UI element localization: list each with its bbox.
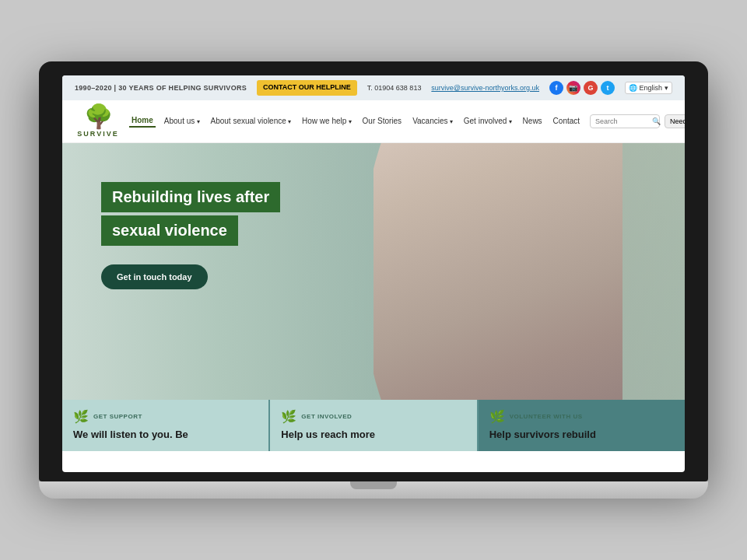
laptop-base bbox=[39, 481, 708, 499]
laptop-notch bbox=[350, 481, 397, 489]
laptop-mockup: 1990–2020 | 30 YEARS OF HELPING SURVIVOR… bbox=[39, 61, 708, 499]
card-volunteer-text: Help survivors rebuild bbox=[489, 429, 674, 442]
card-support-tag: GET SUPPORT bbox=[93, 413, 142, 420]
card-support-text: We will listen to you. Be bbox=[73, 429, 258, 442]
card-volunteer-header: 🌿 VOLUNTEER WITH US bbox=[489, 409, 674, 424]
get-in-touch-button[interactable]: Get in touch today bbox=[101, 264, 208, 289]
top-bar: 1990–2020 | 30 YEARS OF HELPING SURVIVOR… bbox=[62, 75, 685, 100]
search-input[interactable] bbox=[595, 117, 650, 125]
hero-section: Rebuilding lives after sexual violence G… bbox=[62, 143, 685, 400]
nav-home[interactable]: Home bbox=[129, 114, 156, 128]
card-involved-tag: GET INVOLVED bbox=[301, 413, 352, 420]
logo-tree-icon: 🌳 bbox=[84, 105, 113, 128]
card-support-icon: 🌿 bbox=[73, 409, 89, 424]
card-get-support[interactable]: 🌿 GET SUPPORT We will listen to you. Be bbox=[62, 400, 270, 451]
dropdown-arrow-icon: ▾ bbox=[665, 84, 668, 92]
nav-right-section: 🔍 Need urgent help? Quick exit Donate bbox=[590, 110, 685, 132]
search-icon[interactable]: 🔍 bbox=[652, 117, 661, 125]
hero-headline-line1: Rebuilding lives after bbox=[101, 182, 280, 212]
nav-links: Home About us About sexual violence How … bbox=[129, 114, 582, 128]
urgent-help-button[interactable]: Need urgent help? bbox=[665, 114, 685, 128]
card-volunteer-icon: 🌿 bbox=[489, 409, 505, 424]
social-icons-group: f 📷 G t bbox=[549, 81, 615, 95]
instagram-icon[interactable]: 📷 bbox=[566, 81, 580, 95]
language-selector[interactable]: 🌐 English ▾ bbox=[625, 82, 672, 94]
card-involved-text: Help us reach more bbox=[281, 429, 465, 442]
navigation-bar: 🌳 SURVIVE Home About us About sexual vio… bbox=[62, 100, 685, 143]
nav-about-violence[interactable]: About sexual violence bbox=[209, 115, 294, 127]
nav-our-stories[interactable]: Our Stories bbox=[360, 115, 405, 127]
card-volunteer[interactable]: 🌿 VOLUNTEER WITH US Help survivors rebui… bbox=[479, 400, 685, 451]
search-box[interactable]: 🔍 bbox=[590, 114, 660, 128]
card-volunteer-tag: VOLUNTEER WITH US bbox=[510, 413, 583, 420]
logo-text: SURVIVE bbox=[77, 130, 118, 138]
phone-number: T. 01904 638 813 bbox=[367, 84, 422, 92]
facebook-icon[interactable]: f bbox=[549, 81, 563, 95]
laptop-screen: 1990–2020 | 30 YEARS OF HELPING SURVIVOR… bbox=[39, 61, 708, 481]
nav-get-involved[interactable]: Get involved bbox=[461, 115, 514, 127]
email-link[interactable]: survive@survive-northyorks.org.uk bbox=[431, 84, 539, 92]
contact-helpline-button[interactable]: CONTACT OUR HELPLINE bbox=[257, 80, 357, 96]
nav-contact[interactable]: Contact bbox=[551, 115, 582, 127]
anniversary-text: 1990–2020 | 30 YEARS OF HELPING SURVIVOR… bbox=[75, 84, 247, 92]
nav-vacancies[interactable]: Vacancies bbox=[410, 115, 455, 127]
google-icon[interactable]: G bbox=[584, 81, 598, 95]
card-get-involved[interactable]: 🌿 GET INVOLVED Help us reach more bbox=[270, 400, 478, 451]
card-support-header: 🌿 GET SUPPORT bbox=[73, 409, 258, 424]
website-content: 1990–2020 | 30 YEARS OF HELPING SURVIVOR… bbox=[62, 75, 685, 472]
nav-news[interactable]: News bbox=[521, 115, 545, 127]
language-label: 🌐 English bbox=[629, 84, 662, 92]
twitter-icon[interactable]: t bbox=[601, 81, 615, 95]
logo[interactable]: 🌳 SURVIVE bbox=[75, 105, 121, 138]
hero-content: Rebuilding lives after sexual violence G… bbox=[101, 182, 280, 289]
hero-person-image bbox=[374, 143, 622, 400]
nav-how-we-help[interactable]: How we help bbox=[300, 115, 354, 127]
hero-headline-line2: sexual violence bbox=[101, 215, 238, 246]
card-involved-icon: 🌿 bbox=[281, 409, 296, 424]
cards-section: 🌿 GET SUPPORT We will listen to you. Be … bbox=[62, 400, 685, 451]
card-involved-header: 🌿 GET INVOLVED bbox=[281, 409, 465, 424]
nav-about[interactable]: About us bbox=[162, 115, 202, 127]
